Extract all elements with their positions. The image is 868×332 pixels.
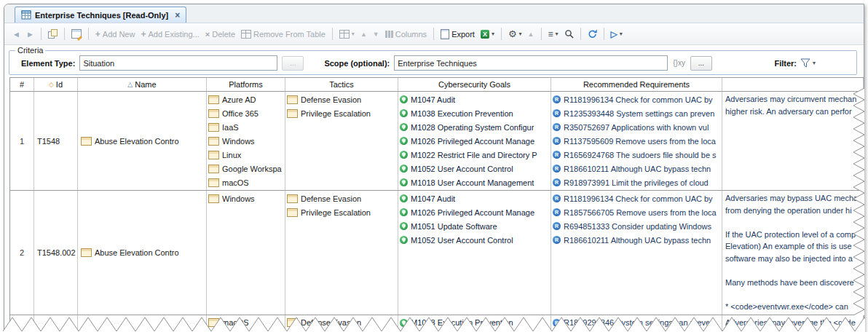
list-item: IaaS: [208, 120, 283, 134]
requirement-icon: R: [553, 194, 561, 202]
excel-icon: X: [481, 30, 489, 39]
header-name[interactable]: △Name: [78, 78, 207, 91]
header-cybersecurity-goals[interactable]: Cybersecurity Goals: [398, 78, 551, 91]
back-icon: ◄: [12, 30, 20, 39]
header-id[interactable]: ◇Id: [34, 78, 78, 91]
id-cell: T1548.002: [34, 191, 78, 315]
delete-button: ×Delete: [203, 28, 237, 40]
elements-table: # ◇Id △Name Platforms Tactics Cybersecur…: [9, 77, 864, 331]
remove-from-table-button: Remove From Table: [239, 28, 328, 40]
separator: [433, 28, 434, 40]
list-item: RR694851333 Consider updating Windows: [553, 219, 720, 233]
edit-form-button[interactable]: [69, 28, 84, 40]
header-number[interactable]: #: [10, 78, 34, 91]
description-line: * <code>eventvwr.exe</code> can: [725, 301, 860, 313]
mitigation-shield-icon: [400, 236, 408, 244]
platform-icon: [208, 109, 219, 118]
add-existing-label: Add Existing...: [148, 30, 199, 39]
list-item: M1047 Audit: [400, 92, 549, 106]
scope-browse-button[interactable]: ...: [690, 56, 712, 71]
sort-key-icon: ◇: [49, 81, 54, 88]
header-description[interactable]: [722, 78, 864, 91]
copy-button[interactable]: [46, 28, 60, 40]
list-item: Privilege Escalation: [287, 205, 396, 219]
requirement-icon: R: [553, 123, 561, 131]
delete-label: Delete: [212, 30, 235, 39]
list-item-label: M1052 User Account Control: [411, 236, 513, 245]
row-number-cell: 2: [10, 191, 34, 315]
separator: [64, 28, 65, 40]
list-item-label: R1235393448 System settings can preven: [564, 109, 714, 118]
scope-input[interactable]: [394, 55, 668, 71]
description-line: Elevation) An example of this is use: [725, 240, 860, 253]
mitigation-shield-icon: [400, 222, 408, 230]
filter-button[interactable]: ▾: [800, 58, 816, 68]
delete-icon: ×: [205, 30, 210, 39]
header-tactics[interactable]: Tactics: [285, 78, 398, 91]
list-item-label: R186610211 Although UAC bypass techn: [564, 165, 711, 173]
export-label: Export: [451, 30, 475, 39]
list-item: M1022 Restrict File and Directory P: [400, 148, 549, 162]
expression-button[interactable]: {}xy: [672, 59, 686, 67]
document-tab[interactable]: Enterprise Techniques [Read-Only] ×: [15, 7, 186, 23]
list-item-label: Azure AD: [222, 95, 256, 104]
list-item-label: R186610211 Although UAC bypass techn: [564, 236, 711, 245]
list-item: RR350752697 Applications with known vul: [553, 120, 720, 134]
chevron-down-icon: ▾: [813, 60, 816, 66]
platform-icon: [208, 123, 219, 132]
add-existing-button: +Add Existing...: [138, 28, 201, 41]
list-item-label: Windows: [222, 137, 255, 146]
refresh-button[interactable]: [585, 28, 599, 40]
columns-button: Columns: [383, 28, 429, 40]
goals-cell: M1038 Execution Prevention: [398, 315, 551, 331]
tactic-icon: [287, 208, 298, 217]
list-item: RR1235393448 System settings can preven: [553, 106, 720, 120]
forward-icon: ►: [26, 30, 34, 39]
header-platforms[interactable]: Platforms: [207, 78, 285, 91]
list-item: M1026 Privileged Account Manage: [400, 205, 549, 219]
name-cell: [78, 315, 207, 331]
table-row[interactable]: 2T1548.002Abuse Elevation ControWindowsD…: [9, 191, 864, 315]
search-button[interactable]: [562, 28, 576, 40]
export-button[interactable]: Export: [438, 28, 477, 41]
element-type-input[interactable]: [79, 55, 277, 71]
separator: [332, 28, 333, 40]
mitigation-shield-icon: [400, 123, 408, 131]
down-arrow-icon: ▼: [373, 31, 379, 38]
copy-icon: [48, 29, 58, 39]
description-line: Many methods have been discovere: [725, 277, 860, 289]
list-item-label: M1038 Execution Prevention: [411, 318, 513, 327]
header-recommended-requirements[interactable]: Recommended Requirements: [551, 78, 722, 91]
list-item-label: Defense Evasion: [301, 194, 361, 203]
table-row[interactable]: macOSDefense EvasionM1038 Execution Prev…: [9, 315, 864, 331]
add-new-label: Add New: [103, 30, 135, 39]
view-options-button[interactable]: ≡▾: [546, 28, 561, 41]
tactic-icon: [287, 95, 298, 104]
description-line: higher risk. An adversary can perfor: [725, 106, 860, 118]
run-button[interactable]: ▷▾: [609, 28, 625, 41]
list-item-label: Privilege Escalation: [301, 109, 371, 118]
mitigation-shield-icon: [400, 109, 408, 117]
list-item: Defense Evasion: [287, 316, 396, 330]
element-icon: [81, 248, 92, 257]
report-icon: [441, 29, 449, 39]
list-item: Privilege Escalation: [287, 106, 396, 120]
mitigation-shield-icon: [400, 95, 408, 103]
tab-close-icon[interactable]: ×: [175, 10, 180, 20]
table-remove-icon: [241, 30, 251, 39]
scope-label: Scope (optional):: [324, 59, 390, 68]
description-line: Adversaries may bypass UAC mecha: [725, 192, 860, 205]
table-row[interactable]: 1T1548Abuse Elevation ControAzure ADOffi…: [9, 92, 864, 191]
export-excel-button[interactable]: X▾: [478, 28, 497, 40]
list-item-label: Google Workspa: [222, 165, 282, 173]
columns-label: Columns: [395, 30, 427, 39]
settings-button[interactable]: ⚙▾: [506, 27, 524, 41]
requirement-icon: R: [553, 208, 561, 216]
requirement-icon: R: [553, 222, 561, 230]
chevron-down-icon: ▾: [556, 31, 559, 37]
list-item-label: Defense Evasion: [301, 95, 361, 104]
description-line: software may also be injected into a: [725, 253, 860, 265]
mitigation-shield-icon: [400, 208, 408, 216]
toolbar-overflow-button: ▲: [526, 29, 537, 39]
platforms-cell: Windows: [207, 191, 285, 315]
